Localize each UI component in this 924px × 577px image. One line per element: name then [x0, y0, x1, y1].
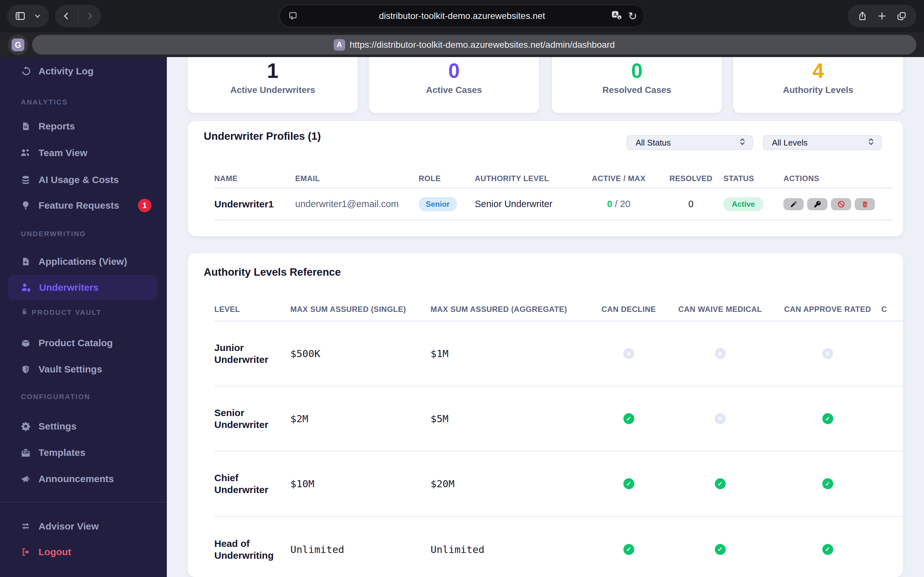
sidebar-divider — [0, 502, 167, 503]
logout-icon — [20, 547, 31, 557]
table-row: Senior Underwriter $2M $5M ✓ ✕ ✓ — [214, 387, 903, 452]
sidebar-heading-analytics: ANALYTICS — [21, 97, 68, 107]
reload-icon[interactable]: ↻ — [628, 11, 638, 21]
panel-title: Underwriter Profiles (1) — [204, 130, 321, 142]
col-status: STATUS — [724, 174, 783, 183]
can-waive-medical-indicator: ✓ — [715, 544, 726, 555]
sidebar-item-vault-settings[interactable]: Vault Settings — [0, 359, 167, 379]
stat-value: 1 — [188, 59, 358, 83]
select-chevrons-icon — [867, 137, 875, 148]
file-plus-icon — [20, 256, 31, 267]
team-icon — [20, 148, 31, 158]
shield-icon — [20, 364, 31, 374]
sidebar-item-advisor-view[interactable]: Advisor View — [0, 517, 167, 536]
levels-filter-select[interactable]: All Levels — [763, 135, 882, 150]
col-actions: ACTIONS — [783, 174, 893, 183]
sidebar-item-settings[interactable]: Settings — [0, 417, 167, 436]
trash-icon — [861, 200, 869, 208]
back-icon[interactable] — [62, 11, 71, 21]
profile-badge[interactable]: G — [8, 35, 28, 55]
suspend-button[interactable] — [831, 198, 851, 210]
sidebar-item-applications[interactable]: Applications (View) — [0, 252, 167, 271]
col-max-aggregate: MAX SUM ASSURED (AGGREGATE) — [431, 305, 591, 314]
status-badge: Active — [724, 197, 763, 211]
table-row: Head of Underwriting Unlimited Unlimited… — [214, 517, 903, 577]
sidebar-heading-product-vault: PRODUCT VAULT — [21, 308, 102, 318]
authority-levels-table: LEVEL MAX SUM ASSURED (SINGLE) MAX SUM A… — [214, 298, 903, 577]
delete-button[interactable] — [855, 198, 875, 210]
underwriter-profiles-panel: Underwriter Profiles (1) All Status All … — [188, 121, 903, 236]
address-bar[interactable]: A https://distributor-toolkit-demo.azure… — [32, 35, 916, 55]
nav-buttons-group — [55, 5, 101, 27]
sidebar-item-product-catalog[interactable]: Product Catalog — [0, 334, 167, 353]
sidebar-heading-underwriting: UNDERWRITING — [21, 229, 86, 239]
max-aggregate-value: $1M — [431, 348, 591, 359]
row-actions — [783, 198, 893, 210]
sidebar-item-announcements[interactable]: Announcements — [0, 469, 167, 488]
feature-requests-badge: 1 — [138, 199, 152, 212]
stat-label: Authority Levels — [733, 85, 903, 95]
sidebar-item-underwriters[interactable]: Underwriters — [8, 275, 157, 300]
max-aggregate-value: Unlimited — [431, 544, 591, 555]
can-decline-indicator: ✓ — [624, 478, 634, 489]
max-aggregate-value: $20M — [431, 478, 591, 490]
can-waive-medical-indicator: ✕ — [715, 413, 726, 424]
role-badge: Senior — [419, 197, 457, 211]
reset-password-button[interactable] — [807, 198, 827, 210]
translate-icon[interactable]: Ax — [611, 10, 622, 22]
can-decline-indicator: ✓ — [624, 413, 634, 424]
level-name: Head of Underwriting — [214, 538, 290, 561]
sidebar-item-reports[interactable]: Reports — [0, 117, 167, 136]
can-approve-rated-indicator: ✓ — [822, 544, 833, 555]
sidebar-item-activity-log[interactable]: Activity Log — [0, 61, 167, 81]
sidebar-item-feature-requests[interactable]: Feature Requests 1 — [0, 196, 167, 215]
chevron-down-icon[interactable] — [34, 12, 41, 20]
underwriters-table: NAME EMAIL ROLE AUTHORITY LEVEL ACTIVE /… — [214, 169, 893, 221]
window-actions-group — [848, 5, 917, 27]
can-approve-rated-indicator: ✕ — [822, 348, 833, 359]
ban-icon — [837, 200, 845, 208]
col-authority-level: AUTHORITY LEVEL — [475, 174, 579, 183]
edit-button[interactable] — [783, 198, 804, 210]
sidebar-item-templates[interactable]: Templates — [0, 443, 167, 462]
sidebar-heading-configuration: CONFIGURATION — [21, 392, 90, 402]
status-filter-select[interactable]: All Status — [627, 135, 753, 150]
share-icon[interactable] — [858, 11, 867, 21]
profile-badge-letter: G — [11, 39, 24, 51]
col-can-approve-rated: CAN APPROVE RATED — [774, 305, 881, 314]
select-chevrons-icon — [739, 137, 746, 148]
max-single-value: Unlimited — [290, 544, 431, 555]
forward-icon[interactable] — [86, 11, 94, 21]
max-single-value: $10M — [290, 478, 431, 490]
can-waive-medical-indicator: ✕ — [715, 348, 726, 359]
col-truncated: C — [881, 305, 903, 314]
sidebar-item-team-view[interactable]: Team View — [0, 143, 167, 163]
active-tab[interactable]: distributor-toolkit-demo.azurewebsites.n… — [279, 5, 645, 27]
can-approve-rated-indicator: ✓ — [822, 413, 833, 424]
svg-text:x: x — [618, 16, 620, 19]
tab-overview-icon[interactable] — [897, 11, 907, 21]
col-can-waive-medical: CAN WAIVE MEDICAL — [666, 305, 774, 314]
gear-icon — [20, 421, 31, 432]
sidebar-item-ai-usage[interactable]: AI Usage & Costs — [0, 170, 167, 189]
level-name: Senior Underwriter — [214, 407, 290, 430]
browser-toolbar: distributor-toolkit-demo.azurewebsites.n… — [0, 0, 924, 32]
window-controls-group — [7, 5, 49, 27]
sidebar-item-logout[interactable]: Logout — [0, 542, 167, 562]
stat-value: 4 — [733, 59, 903, 83]
sidebar-toggle-icon[interactable] — [15, 11, 26, 21]
can-approve-rated-indicator: ✓ — [822, 478, 833, 489]
col-active-max: ACTIVE / MAX — [579, 174, 658, 183]
box-icon — [20, 338, 31, 348]
new-tab-icon[interactable] — [877, 11, 887, 21]
can-decline-indicator: ✓ — [624, 544, 634, 555]
underwriter-email: underwriter1@email.com — [295, 199, 419, 210]
site-badge: A — [334, 39, 345, 51]
max-single-value: $500K — [290, 348, 431, 359]
col-role: ROLE — [419, 174, 475, 183]
authority-levels-panel: Authority Levels Reference LEVEL MAX SUM… — [188, 253, 903, 577]
document-icon — [20, 121, 31, 131]
stat-value: 0 — [552, 59, 722, 83]
active-max-value: 0 / 20 — [579, 199, 658, 210]
svg-text:A: A — [614, 12, 617, 17]
